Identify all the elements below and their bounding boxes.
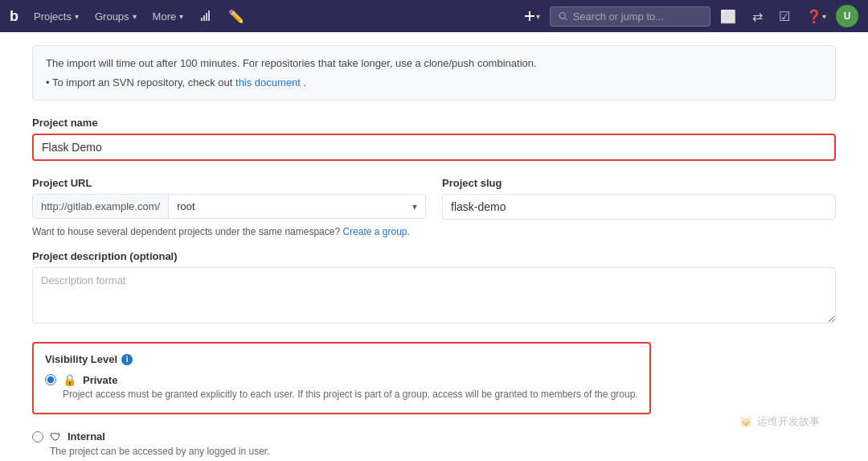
project-slug-input[interactable] [442,194,836,220]
shield-icon: 🛡 [50,430,61,443]
avatar[interactable]: U [836,5,858,27]
project-name-group: Project name [32,117,836,161]
help-icon[interactable]: ❓ ▾ [800,6,833,27]
namespace-hint: Want to house several dependent projects… [32,226,836,237]
visibility-name-private[interactable]: Private [83,374,117,386]
brand-logo[interactable]: b [10,8,18,25]
svg-rect-5 [525,15,534,17]
description-label: Project description (optional) [32,250,836,262]
visibility-options-outer: 🛡 Internal The project can be accessed b… [32,430,836,461]
url-input-group: http://gitlab.example.com/ root [32,194,426,219]
description-group: Project description (optional) [32,250,836,326]
description-textarea[interactable] [32,267,836,323]
search-bar[interactable] [550,6,710,27]
project-url-label: Project URL [32,177,426,189]
notice-box: The import will time out after 100 minut… [32,45,836,101]
activity-icon[interactable] [193,6,219,26]
plus-icon[interactable]: ▾ [517,6,547,26]
visibility-radio-internal[interactable] [32,431,43,442]
info-icon[interactable]: i [121,354,133,365]
search-icon [559,11,568,22]
svg-point-6 [559,12,565,18]
visibility-radio-private[interactable] [45,374,56,385]
pencil-icon[interactable]: ✏️ [222,6,251,27]
notice-line1: The import will time out after 100 minut… [46,56,822,72]
project-name-label: Project name [32,117,836,129]
chevron-down-icon: ▾ [133,12,137,21]
this-document-link[interactable]: this document [235,76,301,88]
namespace-select-wrapper: root [169,195,425,218]
project-name-input[interactable] [32,134,836,161]
project-slug-group: Project slug [442,177,836,220]
svg-rect-0 [201,18,203,21]
navbar: b Projects ▾ Groups ▾ More ▾ ✏️ ▾ ⬜ ⇄ ☑ … [0,0,868,32]
visibility-desc-private: Project access must be granted explicitl… [63,388,638,401]
notice-line2: • To import an SVN repository, check out… [46,75,822,91]
lock-icon: 🔒 [63,373,76,386]
chevron-down-icon: ▾ [179,12,183,21]
url-prefix: http://gitlab.example.com/ [33,195,169,218]
svg-line-7 [565,18,567,20]
screen-icon[interactable]: ⬜ [714,6,743,27]
chevron-down-icon: ▾ [75,12,79,21]
nav-more[interactable]: More ▾ [146,7,190,26]
main-content: The import will time out after 100 minut… [0,32,868,461]
visibility-name-internal[interactable]: Internal [68,430,105,442]
visibility-options: 🔒 Private Project access must be granted… [45,373,638,401]
visibility-option-private: 🔒 Private Project access must be granted… [45,373,638,401]
svg-rect-1 [203,15,205,21]
project-url-group: Project URL http://gitlab.example.com/ r… [32,177,426,220]
visibility-label: Visibility Level i [45,353,638,365]
svg-rect-3 [208,10,210,21]
create-group-link[interactable]: Create a group. [342,226,409,237]
visibility-outer: 🛡 Internal The project can be accessed b… [32,430,836,461]
merge-icon[interactable]: ⇄ [746,6,769,27]
search-input[interactable] [573,10,702,23]
visibility-section: Visibility Level i 🔒 Private Project acc… [32,342,651,414]
project-slug-label: Project slug [442,177,836,189]
svg-rect-2 [206,13,207,21]
url-slug-row: Project URL http://gitlab.example.com/ r… [32,177,836,220]
namespace-select[interactable]: root [169,195,425,218]
nav-projects[interactable]: Projects ▾ [27,7,85,26]
visibility-desc-internal: The project can be accessed by any logge… [50,445,836,459]
visibility-option-internal: 🛡 Internal The project can be accessed b… [32,430,836,459]
check-icon[interactable]: ☑ [772,6,796,27]
nav-groups[interactable]: Groups ▾ [88,7,143,26]
